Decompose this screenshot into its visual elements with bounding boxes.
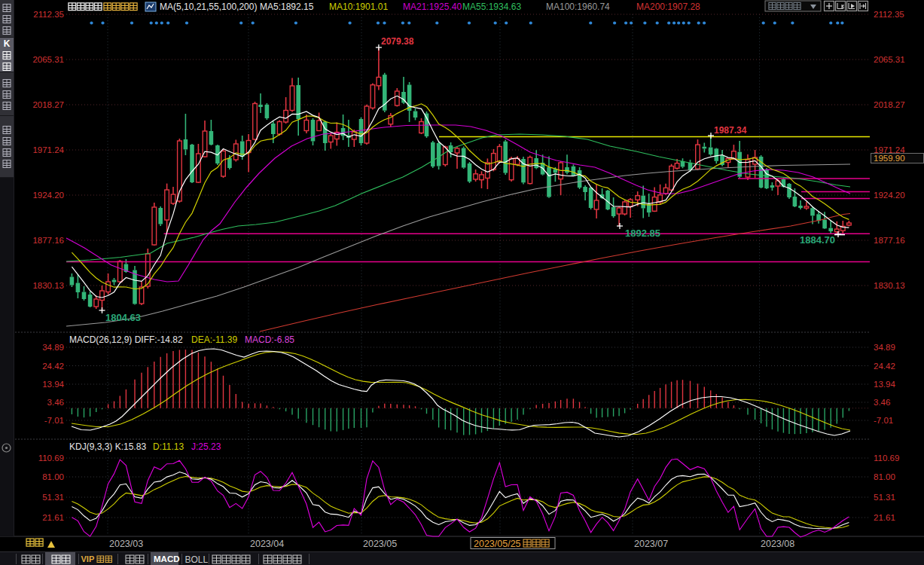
svg-text:2023/05/25: 2023/05/25	[474, 539, 521, 549]
svg-text:1877.16: 1877.16	[874, 236, 905, 245]
svg-text:KDJ(9,3,3) K:15.83: KDJ(9,3,3) K:15.83	[69, 441, 146, 452]
svg-text:2065.31: 2065.31	[32, 55, 64, 64]
svg-text:2018.27: 2018.27	[874, 100, 905, 109]
svg-text:MACD:-6.85: MACD:-6.85	[245, 334, 294, 345]
svg-text:MA10:1901.01: MA10:1901.01	[329, 2, 388, 12]
svg-text:21.61: 21.61	[874, 513, 895, 522]
svg-text:1830.13: 1830.13	[32, 281, 64, 290]
svg-text:1892.85: 1892.85	[625, 228, 660, 239]
svg-text:2079.38: 2079.38	[381, 36, 414, 47]
svg-text:MA21:1925.40: MA21:1925.40	[403, 2, 462, 12]
svg-text:81.00: 81.00	[42, 472, 64, 481]
svg-text:2112.35: 2112.35	[33, 10, 64, 19]
svg-text:-7.01: -7.01	[874, 416, 893, 425]
svg-text:1924.20: 1924.20	[874, 191, 905, 200]
svg-text:MACD(26,12,9) DIFF:-14.82: MACD(26,12,9) DIFF:-14.82	[69, 334, 183, 345]
svg-text:34.89: 34.89	[874, 343, 895, 352]
svg-text:MA5:1892.15: MA5:1892.15	[260, 2, 314, 12]
svg-text:24.42: 24.42	[874, 362, 895, 371]
svg-text:MA55:1934.63: MA55:1934.63	[462, 2, 521, 12]
svg-text:2023/05: 2023/05	[363, 539, 397, 549]
svg-text:-7.01: -7.01	[44, 416, 64, 425]
svg-text:13.94: 13.94	[874, 380, 895, 389]
svg-text:24.42: 24.42	[42, 362, 64, 371]
svg-text:13.94: 13.94	[42, 380, 64, 389]
svg-text:34.89: 34.89	[42, 343, 64, 352]
svg-text:1971.24: 1971.24	[32, 145, 64, 154]
svg-text:1924.20: 1924.20	[32, 191, 64, 200]
svg-text:51.31: 51.31	[874, 493, 895, 502]
svg-text:J:25.23: J:25.23	[191, 441, 221, 452]
svg-text:21.61: 21.61	[42, 513, 64, 522]
svg-text:81.00: 81.00	[874, 472, 895, 481]
svg-text:2065.31: 2065.31	[874, 55, 905, 64]
svg-text:1959.90: 1959.90	[874, 154, 905, 163]
svg-text:1877.16: 1877.16	[32, 236, 64, 245]
svg-text:2023/03: 2023/03	[109, 539, 143, 549]
svg-text:110.69: 110.69	[874, 454, 899, 463]
svg-text:MA100:1960.74: MA100:1960.74	[546, 2, 610, 12]
svg-text:1804.63: 1804.63	[105, 312, 141, 323]
svg-text:DEA:-11.39: DEA:-11.39	[191, 334, 237, 345]
svg-text:1884.70: 1884.70	[800, 234, 835, 246]
svg-text:2112.35: 2112.35	[874, 10, 904, 19]
svg-text:1987.34: 1987.34	[714, 125, 747, 136]
svg-text:51.31: 51.31	[42, 493, 64, 502]
svg-text:2018.27: 2018.27	[32, 100, 64, 109]
svg-text:2023/07: 2023/07	[634, 539, 668, 549]
svg-text:2023/08: 2023/08	[761, 539, 794, 549]
svg-text:1830.13: 1830.13	[874, 281, 905, 290]
svg-text:2023/04: 2023/04	[250, 539, 284, 549]
svg-text:110.69: 110.69	[38, 454, 64, 463]
svg-text:MA200:1907.28: MA200:1907.28	[636, 2, 700, 12]
svg-text:3.46: 3.46	[874, 398, 890, 407]
svg-text:D:11.13: D:11.13	[153, 441, 184, 452]
svg-text:3.46: 3.46	[47, 398, 64, 407]
svg-text:MA(5,10,21,55,100,200): MA(5,10,21,55,100,200)	[160, 2, 257, 12]
